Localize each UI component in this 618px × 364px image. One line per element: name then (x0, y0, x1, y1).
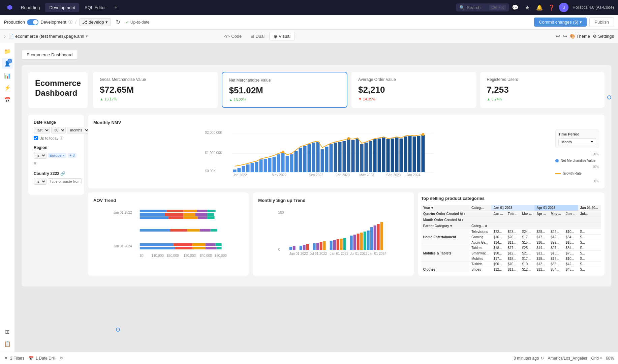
svg-rect-20 (290, 154, 293, 172)
nav-sql-editor[interactable]: SQL Editor (81, 3, 110, 12)
svg-rect-105 (303, 245, 306, 250)
undo-button[interactable]: ↩ (556, 33, 560, 39)
filter-icon: ▼ (4, 356, 8, 361)
env-toggle-switch[interactable] (27, 19, 38, 25)
sidebar-item-folder[interactable]: 📁 (2, 46, 13, 57)
svg-rect-85 (192, 243, 206, 246)
global-search[interactable]: 🔍 Search Ctrl + K (456, 3, 509, 11)
settings-icon: ⚙ (593, 34, 597, 39)
help-icon[interactable]: ❓ (547, 3, 556, 12)
svg-rect-17 (277, 154, 280, 172)
visual-icon: ◉ (274, 34, 277, 39)
date-range-prefix-select[interactable]: last (34, 127, 50, 133)
date-drill-info[interactable]: 📅 1 Date Drill (29, 356, 56, 361)
title-card: EcommerceDashboard (28, 72, 88, 108)
kpi-registered-users: Registered Users 7,253 ▲ 8.74% (480, 72, 605, 108)
sidebar-item-calendar[interactable]: 📅 (2, 94, 13, 105)
svg-text:Jul 01 2022: Jul 01 2022 (310, 252, 327, 255)
tab-dual[interactable]: ⊞ Dual (246, 32, 269, 40)
kpi-gross-merchandise: Gross Merchandise Value $72.65M ▲ 13.17% (93, 72, 217, 108)
col-may: May ... (549, 211, 564, 217)
svg-rect-77 (207, 216, 215, 219)
sidebar-item-filter[interactable]: ⚡ (2, 82, 13, 93)
svg-rect-83 (140, 243, 174, 246)
sidebar-item-users[interactable]: 👤 5 (2, 58, 13, 69)
resize-handle-bottom[interactable] (116, 328, 120, 332)
country-operator-select[interactable]: is (34, 178, 47, 185)
grid-selector[interactable]: Grid ▾ (591, 356, 602, 361)
refresh-icon[interactable]: ↻ (540, 356, 544, 361)
kpi-value: 7,253 (487, 85, 598, 95)
time-period-select[interactable]: Month ▾ (558, 138, 596, 145)
status-bar: ▼ 2 Filters 📅 1 Date Drill ↺ 8 minutes a… (0, 352, 618, 364)
dashboard-preview: Ecommerce Dashboard EcommerceDashboard G… (15, 43, 618, 352)
svg-text:$40,000: $40,000 (200, 254, 212, 257)
svg-text:Jan 01 2024: Jan 01 2024 (368, 252, 387, 255)
svg-rect-120 (364, 232, 366, 250)
file-tree-chevron[interactable]: › (4, 33, 6, 39)
date-range-unit-select[interactable]: months (67, 127, 90, 133)
branch-selector[interactable]: ⎇ develop ▾ (79, 18, 111, 26)
tab-visual[interactable]: ◉ Visual (269, 32, 295, 40)
col-parent[interactable]: Parent Category ▾ (421, 223, 469, 229)
svg-rect-72 (207, 213, 214, 216)
kpi-cards: Gross Merchandise Value $72.65M ▲ 13.17%… (93, 72, 605, 108)
svg-rect-121 (367, 231, 370, 250)
resize-handle-top[interactable] (607, 95, 611, 99)
svg-text:$10,000: $10,000 (152, 254, 164, 257)
tab-code[interactable]: </> Code (219, 32, 246, 40)
pct-20: 20% (592, 152, 599, 156)
app-logo[interactable] (4, 4, 16, 10)
top-navigation: Reporting Development SQL Editor + 🔍 Sea… (0, 0, 618, 15)
brand-label: Holistics 4.0 (As-Code) (573, 5, 614, 10)
col-month[interactable]: Month Order Created At › (421, 217, 469, 223)
theme-button[interactable]: 🎨 Theme (570, 34, 590, 39)
svg-text:$2,000.00K: $2,000.00K (205, 131, 222, 134)
bookmark-icon[interactable]: ★ (523, 3, 532, 12)
redo-button[interactable]: ↪ (563, 33, 567, 39)
svg-text:Jul 01 2023: Jul 01 2023 (350, 252, 368, 255)
refresh-button[interactable]: ↻ (114, 18, 123, 27)
sidebar-item-report[interactable]: 📋 (2, 338, 13, 349)
user-avatar[interactable]: U (559, 3, 568, 12)
country-input[interactable] (48, 178, 82, 184)
sidebar-item-grid[interactable]: ⊞ (2, 326, 13, 337)
nav-reporting[interactable]: Reporting (17, 3, 44, 12)
theme-label: Theme (577, 34, 590, 39)
region-operator-select[interactable]: is (34, 152, 47, 159)
svg-rect-25 (312, 143, 315, 172)
up-to-today-checkbox[interactable] (34, 136, 38, 140)
svg-text:Sep 2023: Sep 2023 (387, 173, 401, 176)
svg-point-53 (422, 133, 425, 136)
col-apr2023: Apr 01 2023 (534, 205, 578, 211)
svg-rect-40 (378, 139, 381, 172)
date-range-value-select[interactable]: 36 (51, 127, 66, 133)
svg-rect-71 (195, 213, 207, 216)
sync-status: ✓ Up-to-date (126, 20, 150, 25)
zoom-selector[interactable]: 68% (606, 356, 614, 361)
reset-button[interactable]: ↺ (60, 356, 63, 361)
sidebar-item-chart[interactable]: 📊 (2, 70, 13, 81)
svg-rect-35 (356, 139, 359, 172)
table-row: Mobiles & Tablets Tablets$18...$17...$25… (421, 245, 601, 251)
commit-changes-button[interactable]: Commit changes (5) ▾ (534, 18, 587, 27)
region-dropdown-icon[interactable]: ▾ (34, 160, 36, 166)
region-more-tag[interactable]: + 3 (68, 153, 76, 158)
filters-info[interactable]: ▼ 2 Filters (4, 356, 25, 361)
sidebar: 📁 👤 5 📊 ⚡ 📅 ⊞ 📋 (0, 43, 15, 352)
col-year[interactable]: Year ▾ (421, 205, 469, 211)
settings-button[interactable]: ⚙ Settings (593, 34, 614, 39)
publish-button[interactable]: Publish (589, 17, 614, 27)
notifications-comment-icon[interactable]: 💬 (511, 3, 520, 12)
add-tab-button[interactable]: + (111, 3, 121, 12)
settings-label: Settings (598, 34, 614, 39)
nav-development[interactable]: Development (45, 3, 79, 12)
bell-icon[interactable]: 🔔 (535, 3, 544, 12)
file-dropdown-icon[interactable]: ▾ (86, 34, 88, 39)
svg-rect-87 (216, 243, 222, 246)
region-europe-tag[interactable]: Europe × (48, 153, 66, 158)
dashboard-breadcrumb: Ecommerce Dashboard (22, 50, 78, 60)
pct-10: 10% (592, 165, 599, 169)
svg-rect-30 (334, 143, 337, 172)
col-quarter[interactable]: Quarter Order Created At › (421, 211, 469, 217)
